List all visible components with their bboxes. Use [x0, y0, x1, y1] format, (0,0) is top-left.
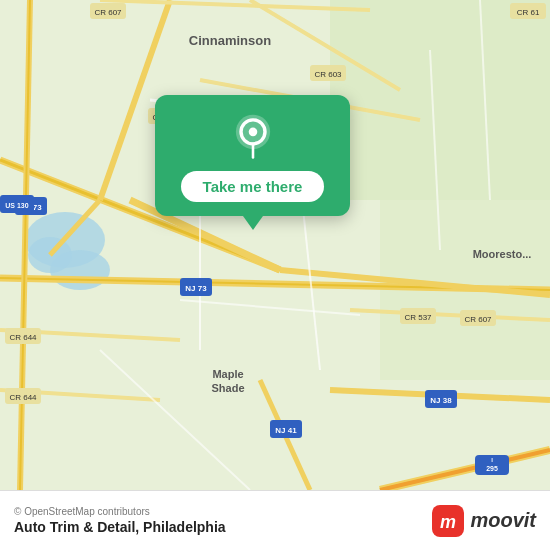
moovit-icon: m	[432, 505, 464, 537]
svg-text:CR 644: CR 644	[9, 393, 37, 402]
place-name: Auto Trim & Detail, Philadelphia	[14, 519, 226, 535]
svg-text:Mooresto...: Mooresto...	[473, 248, 532, 260]
map-attribution: © OpenStreetMap contributors	[14, 506, 226, 517]
map-container: NJ 73 NJ 73 US 130 CR 607 CR 607 CR 603 …	[0, 0, 550, 490]
svg-text:NJ 38: NJ 38	[430, 396, 452, 405]
location-popup: Take me there	[155, 95, 350, 216]
take-me-there-button[interactable]: Take me there	[181, 171, 325, 202]
svg-text:m: m	[440, 512, 456, 532]
moovit-brand-text: moovit	[470, 509, 536, 532]
svg-text:295: 295	[486, 465, 498, 472]
svg-text:CR 603: CR 603	[314, 70, 342, 79]
svg-text:Maple: Maple	[212, 368, 243, 380]
svg-text:CR 607: CR 607	[94, 8, 122, 17]
svg-text:Cinnaminson: Cinnaminson	[189, 33, 271, 48]
moovit-logo: m moovit	[432, 505, 536, 537]
svg-rect-4	[330, 0, 550, 200]
svg-point-68	[248, 128, 257, 137]
svg-text:CR 61: CR 61	[517, 8, 540, 17]
svg-text:US 130: US 130	[5, 202, 28, 209]
svg-text:CR 644: CR 644	[9, 333, 37, 342]
svg-text:CR 537: CR 537	[404, 313, 432, 322]
bottom-bar: © OpenStreetMap contributors Auto Trim &…	[0, 490, 550, 550]
svg-text:Shade: Shade	[211, 382, 244, 394]
map-pin-icon	[229, 113, 277, 161]
svg-text:CR 607: CR 607	[464, 315, 492, 324]
svg-text:NJ 73: NJ 73	[185, 284, 207, 293]
svg-text:NJ 41: NJ 41	[275, 426, 297, 435]
place-info: © OpenStreetMap contributors Auto Trim &…	[14, 506, 226, 535]
